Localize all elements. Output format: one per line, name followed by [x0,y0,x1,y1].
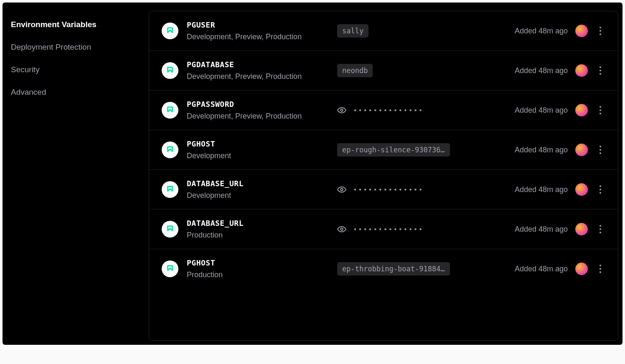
env-var-meta: Added 48m ago [515,24,605,38]
env-var-value-col: neondb [337,64,506,77]
env-var-name: DATABASE_URL [187,219,329,228]
settings-sidebar: Environment Variables Deployment Protect… [11,11,149,341]
env-var-row: PGHOST Production ep-throbbing-boat-9188… [149,249,618,288]
env-var-name: PGPASSWORD [187,100,329,109]
env-var-value-col: ep-rough-silence-930736… [337,143,506,157]
secret-mask: ●●●●●●●●●●●●●● [354,108,424,112]
row-menu-button[interactable] [595,104,605,117]
env-var-scope: Development [187,152,329,160]
integration-icon [162,142,178,158]
env-var-row: PGHOST Development ep-rough-silence-9307… [149,130,618,170]
env-var-name-col: PGUSER Development, Preview, Production [187,20,329,41]
app-root: Environment Variables Deployment Protect… [3,3,622,345]
env-var-value-col: ●●●●●●●●●●●●●● [337,106,506,115]
env-var-value-col: ●●●●●●●●●●●●●● [337,185,506,194]
env-var-meta: Added 48m ago [515,262,605,276]
env-var-meta: Added 48m ago [515,143,605,157]
env-var-name-col: PGPASSWORD Development, Preview, Product… [187,100,329,121]
integration-icon [162,23,178,39]
env-var-name: PGDATABASE [187,60,329,69]
env-var-scope: Development, Preview, Production [187,112,329,121]
avatar [575,183,588,196]
env-var-name-col: DATABASE_URL Development [187,179,329,200]
env-var-row: PGDATABASE Development, Preview, Product… [149,51,618,91]
env-var-name: PGHOST [187,258,329,267]
svg-point-0 [340,109,343,111]
env-var-row: PGUSER Development, Preview, Production … [149,11,618,51]
avatar [575,104,588,116]
env-var-value: ep-rough-silence-930736… [337,143,450,157]
integration-icon [162,102,178,119]
integration-icon [162,221,178,238]
env-var-name-col: PGHOST Production [187,258,329,279]
row-menu-button[interactable] [595,143,605,157]
env-var-name: DATABASE_URL [187,179,329,188]
env-var-row: DATABASE_URL Development ●●●●●●●●●●●●●● … [149,170,618,210]
sidebar-item-deployment-protection[interactable]: Deployment Protection [11,36,149,58]
avatar [575,263,588,275]
integration-icon [162,181,178,198]
env-var-value: sally [337,24,368,38]
env-var-added: Added 48m ago [515,106,568,115]
env-var-value-col: sally [337,24,506,38]
sidebar-item-advanced[interactable]: Advanced [11,81,149,104]
env-var-scope: Development [187,191,329,200]
svg-point-2 [340,228,343,230]
row-menu-button[interactable] [595,64,605,77]
env-var-meta: Added 48m ago [515,222,605,236]
env-var-added: Added 48m ago [515,146,568,154]
sidebar-item-env-vars[interactable]: Environment Variables [11,13,149,36]
env-var-meta: Added 48m ago [515,104,605,117]
env-var-row: PGPASSWORD Development, Preview, Product… [149,91,618,130]
avatar [575,64,588,77]
env-var-list: PGUSER Development, Preview, Production … [149,11,618,341]
svg-point-1 [340,188,343,191]
env-var-name-col: PGHOST Development [187,139,329,160]
env-var-name: PGHOST [187,139,329,148]
env-var-added: Added 48m ago [515,265,568,273]
secret-mask: ●●●●●●●●●●●●●● [354,227,424,231]
sidebar-item-security[interactable]: Security [11,58,149,81]
env-var-added: Added 48m ago [515,66,568,75]
avatar [575,25,588,37]
row-menu-button[interactable] [595,24,605,38]
env-var-scope: Development, Preview, Production [187,33,329,41]
reveal-secret-button[interactable] [337,225,346,234]
row-menu-button[interactable] [595,262,605,276]
env-var-value-col: ●●●●●●●●●●●●●● [337,225,506,234]
env-var-meta: Added 48m ago [515,64,605,77]
env-var-name-col: PGDATABASE Development, Preview, Product… [187,60,329,81]
integration-icon [162,62,178,79]
row-menu-button[interactable] [595,222,605,236]
env-var-added: Added 48m ago [515,185,568,194]
env-var-added: Added 48m ago [515,225,568,234]
env-var-scope: Development, Preview, Production [187,72,329,81]
env-var-value: neondb [337,64,373,77]
avatar [575,223,588,235]
env-var-value-col: ep-throbbing-boat-91884… [337,262,506,276]
reveal-secret-button[interactable] [337,185,346,194]
env-var-added: Added 48m ago [515,27,568,35]
env-var-meta: Added 48m ago [515,183,605,196]
row-menu-button[interactable] [595,183,605,196]
env-var-value: ep-throbbing-boat-91884… [337,262,450,276]
reveal-secret-button[interactable] [337,106,346,115]
env-var-name: PGUSER [187,20,329,29]
secret-mask: ●●●●●●●●●●●●●● [354,187,424,192]
env-var-name-col: DATABASE_URL Production [187,219,329,240]
avatar [575,144,588,156]
integration-icon [162,260,178,277]
env-var-scope: Production [187,231,329,240]
env-var-scope: Production [187,270,329,279]
env-var-row: DATABASE_URL Production ●●●●●●●●●●●●●● A… [149,210,618,249]
